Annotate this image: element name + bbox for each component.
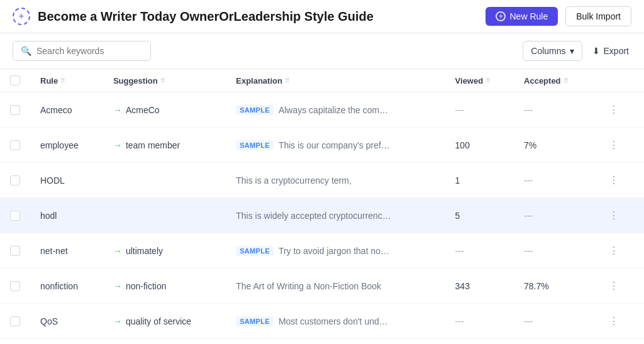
viewed-cell: --- bbox=[445, 92, 514, 128]
suggestion-cell: →team member bbox=[103, 128, 226, 163]
row-checkbox[interactable] bbox=[10, 140, 20, 150]
row-actions-cell: ⋮ bbox=[594, 128, 644, 163]
row-checkbox[interactable] bbox=[10, 211, 20, 221]
sample-badge: SAMPLE bbox=[236, 140, 274, 150]
table-row: hodlThis is widely accepted cryptocurren… bbox=[0, 198, 644, 233]
arrow-right-icon: → bbox=[113, 105, 122, 115]
col-header-viewed: Viewed ⠿ bbox=[445, 69, 514, 92]
rule-cell: HODL bbox=[30, 163, 103, 198]
search-box: 🔍 bbox=[13, 41, 151, 61]
accepted-cell: 78.7% bbox=[514, 269, 594, 304]
suggestion-cell: →non-fiction bbox=[103, 269, 226, 304]
select-all-checkbox-header[interactable] bbox=[0, 69, 30, 92]
arrow-right-icon: → bbox=[113, 316, 122, 326]
export-icon: ⬇ bbox=[592, 46, 600, 56]
viewed-cell: 343 bbox=[445, 269, 514, 304]
more-actions-button[interactable]: ⋮ bbox=[604, 172, 624, 189]
row-checkbox-cell bbox=[0, 92, 30, 128]
sort-icon-viewed: ⠿ bbox=[486, 77, 490, 84]
row-checkbox-cell bbox=[0, 198, 30, 233]
row-checkbox[interactable] bbox=[10, 316, 20, 326]
rules-table: Rule ⠿ Suggestion ⠿ Explanation ⠿ Viewed bbox=[0, 69, 644, 339]
accepted-cell: --- bbox=[514, 233, 594, 269]
accepted-cell: --- bbox=[514, 198, 594, 233]
columns-button[interactable]: Columns ▾ bbox=[523, 41, 582, 61]
row-checkbox-cell bbox=[0, 233, 30, 269]
table-row: Acmeco→AcmeCoSAMPLEAlways capitalize the… bbox=[0, 92, 644, 128]
export-button[interactable]: ⬇ Export bbox=[590, 42, 631, 60]
search-icon: 🔍 bbox=[21, 46, 31, 56]
viewed-cell: 5 bbox=[445, 198, 514, 233]
search-input[interactable] bbox=[36, 46, 143, 56]
explanation-text: Most customers don't und… bbox=[279, 316, 388, 326]
explanation-text: This is our company's pref… bbox=[279, 140, 390, 150]
viewed-cell: --- bbox=[445, 304, 514, 339]
sort-icon-explanation: ⠿ bbox=[285, 77, 289, 84]
bulk-import-button[interactable]: Bulk Import bbox=[565, 6, 631, 26]
viewed-cell: 100 bbox=[445, 128, 514, 163]
suggestion-cell: →AcmeCo bbox=[103, 92, 226, 128]
col-header-accepted: Accepted ⠿ bbox=[514, 69, 594, 92]
more-actions-button[interactable]: ⋮ bbox=[604, 136, 624, 153]
new-rule-button[interactable]: + New Rule bbox=[486, 7, 558, 26]
sample-badge: SAMPLE bbox=[236, 246, 274, 256]
select-all-checkbox[interactable] bbox=[10, 75, 20, 86]
row-actions-cell: ⋮ bbox=[594, 233, 644, 269]
table-row: nonfiction→non-fictionThe Art of Writing… bbox=[0, 269, 644, 304]
explanation-cell: This is widely accepted cryptocurrenc… bbox=[226, 198, 445, 233]
rule-cell: Acmeco bbox=[30, 92, 103, 128]
table-row: QoS→quality of serviceSAMPLEMost custome… bbox=[0, 304, 644, 339]
table-header-row: Rule ⠿ Suggestion ⠿ Explanation ⠿ Viewed bbox=[0, 69, 644, 92]
arrow-right-icon: → bbox=[113, 281, 122, 291]
page-header: + Become a Writer Today OwnerOrLeadershi… bbox=[0, 0, 644, 33]
sort-icon-accepted: ⠿ bbox=[564, 77, 568, 84]
explanation-cell: SAMPLEMost customers don't und… bbox=[226, 304, 445, 339]
explanation-cell: SAMPLEAlways capitalize the com… bbox=[226, 92, 445, 128]
explanation-cell: The Art of Writing a Non-Fiction Book bbox=[226, 269, 445, 304]
row-checkbox[interactable] bbox=[10, 246, 20, 256]
suggestion-text: quality of service bbox=[126, 316, 191, 326]
viewed-cell: --- bbox=[445, 233, 514, 269]
viewed-cell: 1 bbox=[445, 163, 514, 198]
col-header-suggestion: Suggestion ⠿ bbox=[103, 69, 226, 92]
more-actions-button[interactable]: ⋮ bbox=[604, 101, 624, 118]
toolbar: 🔍 Columns ▾ ⬇ Export bbox=[0, 33, 644, 69]
sample-badge: SAMPLE bbox=[236, 316, 274, 326]
rule-cell: employee bbox=[30, 128, 103, 163]
row-checkbox[interactable] bbox=[10, 175, 20, 186]
rule-cell: nonfiction bbox=[30, 269, 103, 304]
rule-cell: QoS bbox=[30, 304, 103, 339]
arrow-right-icon: → bbox=[113, 246, 122, 256]
accepted-cell: --- bbox=[514, 163, 594, 198]
rule-cell: net-net bbox=[30, 233, 103, 269]
sort-icon-suggestion: ⠿ bbox=[160, 77, 165, 84]
row-actions-cell: ⋮ bbox=[594, 163, 644, 198]
more-actions-button[interactable]: ⋮ bbox=[604, 207, 624, 224]
add-icon: + bbox=[13, 8, 30, 25]
plus-circle-icon: + bbox=[496, 11, 506, 21]
more-actions-button[interactable]: ⋮ bbox=[604, 313, 624, 330]
suggestion-cell: →ultimately bbox=[103, 233, 226, 269]
table-row: employee→team memberSAMPLEThis is our co… bbox=[0, 128, 644, 163]
explanation-text: This is a cryptocurrency term, bbox=[236, 175, 352, 186]
explanation-text: This is widely accepted cryptocurrenc… bbox=[236, 211, 391, 221]
row-checkbox-cell bbox=[0, 269, 30, 304]
chevron-down-icon: ▾ bbox=[570, 46, 574, 56]
row-checkbox-cell bbox=[0, 128, 30, 163]
row-actions-cell: ⋮ bbox=[594, 198, 644, 233]
table-row: HODLThis is a cryptocurrency term,1---⋮ bbox=[0, 163, 644, 198]
col-header-rule: Rule ⠿ bbox=[30, 69, 103, 92]
explanation-text: Try to avoid jargon that no… bbox=[279, 246, 389, 256]
row-checkbox[interactable] bbox=[10, 281, 20, 291]
sort-icon-rule: ⠿ bbox=[60, 77, 65, 84]
row-actions-cell: ⋮ bbox=[594, 92, 644, 128]
more-actions-button[interactable]: ⋮ bbox=[604, 277, 624, 294]
row-actions-cell: ⋮ bbox=[594, 269, 644, 304]
suggestion-text: AcmeCo bbox=[126, 105, 160, 115]
row-checkbox-cell bbox=[0, 163, 30, 198]
suggestion-text: ultimately bbox=[126, 246, 163, 256]
suggestion-cell bbox=[103, 198, 226, 233]
explanation-text: Always capitalize the com… bbox=[279, 105, 388, 115]
row-checkbox[interactable] bbox=[10, 105, 20, 115]
more-actions-button[interactable]: ⋮ bbox=[604, 242, 624, 259]
